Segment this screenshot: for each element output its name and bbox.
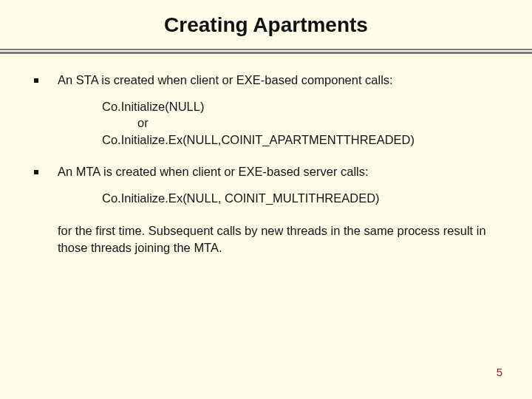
- divider-thick-line: [0, 52, 532, 54]
- bullet-icon: [34, 170, 38, 174]
- code-line: Co.Initialize.Ex(NULL,COINIT_APARTMENTTH…: [102, 132, 498, 148]
- code-block: Co.Initialize(NULL) or Co.Initialize.Ex(…: [102, 98, 498, 148]
- code-line: or: [102, 115, 498, 131]
- slide-title: Creating Apartments: [0, 0, 532, 46]
- page-number: 5: [497, 366, 502, 378]
- code-line: Co.Initialize(NULL): [102, 98, 498, 115]
- trailing-paragraph: for the first time. Subsequent calls by …: [58, 222, 498, 256]
- code-block: Co.Initialize.Ex(NULL, COINIT_MULTITHREA…: [102, 190, 498, 206]
- title-divider: [0, 49, 532, 53]
- bullet-item: An MTA is created when client or EXE-bas…: [34, 164, 498, 180]
- slide: Creating Apartments An STA is created wh…: [0, 0, 532, 399]
- divider-thin-line: [0, 49, 532, 50]
- bullet-text: An MTA is created when client or EXE-bas…: [58, 164, 498, 180]
- bullet-icon: [34, 78, 38, 83]
- code-line: Co.Initialize.Ex(NULL, COINIT_MULTITHREA…: [102, 190, 498, 206]
- slide-content: An STA is created when client or EXE-bas…: [0, 53, 532, 256]
- bullet-text: An STA is created when client or EXE-bas…: [58, 72, 498, 88]
- bullet-item: An STA is created when client or EXE-bas…: [34, 72, 498, 88]
